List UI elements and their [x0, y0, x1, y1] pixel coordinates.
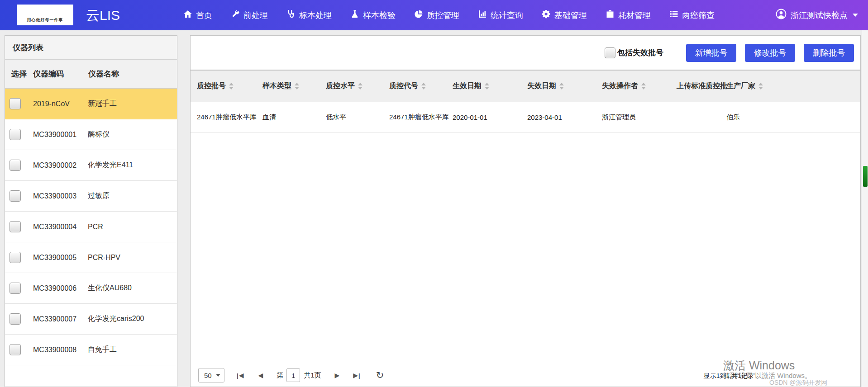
- logo-tagline: 用心做好每一件事: [27, 17, 63, 23]
- instrument-row[interactable]: MC33900001 酶标仪: [5, 119, 177, 150]
- logo[interactable]: 用心做好每一件事: [17, 5, 73, 25]
- row-checkbox[interactable]: [10, 160, 21, 171]
- instrument-row[interactable]: MC33900007 化学发光caris200: [5, 304, 177, 335]
- instrument-name: PCR-HPV: [88, 254, 177, 262]
- instrument-row[interactable]: MC33900006 生化仪AU680: [5, 273, 177, 304]
- column-upload-standard[interactable]: 上传标准质控批: [670, 81, 720, 91]
- page-number-input[interactable]: [286, 368, 300, 382]
- nav-item-sample-test[interactable]: 样本检验: [350, 9, 396, 21]
- page-prefix-label: 第: [277, 371, 283, 380]
- column-qc-level[interactable]: 质控水平: [320, 81, 383, 91]
- wrench-icon: [231, 9, 240, 21]
- row-checkbox[interactable]: [10, 129, 21, 140]
- nav-item-label: 标本处理: [299, 10, 332, 21]
- page-size-select[interactable]: 50: [198, 368, 224, 382]
- row-checkbox[interactable]: [10, 221, 21, 232]
- nav-item-cancer-screening[interactable]: 两癌筛查: [669, 9, 715, 21]
- total-pages-label: 共1页: [304, 371, 321, 380]
- qc-batch-row[interactable]: 24671肿瘤低水平厍 血清 低水平 24671肿瘤低水平厍 2020-01-0…: [191, 102, 860, 133]
- instrument-code: MC33900004: [33, 223, 88, 231]
- row-checkbox[interactable]: [10, 344, 21, 355]
- app-brand: 云LIS: [86, 0, 120, 30]
- nav-item-label: 样本检验: [363, 10, 396, 21]
- nav-item-home[interactable]: 首页: [183, 9, 212, 21]
- nav-item-label: 前处理: [243, 10, 268, 21]
- include-expired-checkbox-group[interactable]: 包括失效批号: [605, 47, 663, 58]
- toolbar: 包括失效批号 新增批号 修改批号 删除批号: [191, 36, 860, 70]
- instrument-name: 新冠手工: [88, 99, 177, 109]
- row-checkbox[interactable]: [10, 252, 21, 263]
- nav-item-basic-management[interactable]: 基础管理: [542, 9, 587, 21]
- row-checkbox[interactable]: [10, 313, 21, 325]
- page-scrollbar[interactable]: [862, 30, 868, 387]
- nav-item-consumables[interactable]: 耗材管理: [606, 9, 651, 21]
- instrument-name: 酶标仪: [88, 130, 177, 139]
- row-checkbox[interactable]: [10, 190, 21, 202]
- list-icon: [669, 9, 678, 21]
- column-select: 选择: [11, 69, 33, 79]
- instrument-code: MC33900007: [33, 315, 88, 323]
- row-checkbox[interactable]: [10, 98, 21, 109]
- top-navbar: 用心做好每一件事 云LIS 首页 前处理 标本处理 样本检验 质控管理 统计查询: [0, 0, 868, 30]
- sort-icon: [358, 83, 362, 90]
- column-qc-batch[interactable]: 质控批号: [191, 81, 256, 91]
- instrument-panel: 仪器列表 选择 仪器编码 仪器名称 2019-nCoV 新冠手工 MC33900…: [5, 35, 177, 387]
- gear-icon: [542, 9, 551, 21]
- user-menu[interactable]: 浙江测试快检点: [776, 0, 858, 30]
- cell-expire-date: 2023-04-01: [521, 113, 596, 121]
- pagination-bar: 50 |◀ ◀ 第 共1页 ▶ ▶| ↻: [198, 368, 384, 382]
- nav-item-label: 基础管理: [554, 10, 587, 21]
- instrument-row[interactable]: MC33900004 PCR: [5, 212, 177, 242]
- instrument-code: MC33900002: [33, 161, 88, 170]
- column-expire-date[interactable]: 失效日期: [521, 81, 596, 91]
- nav-item-qc-management[interactable]: 质控管理: [414, 9, 459, 21]
- nav-item-statistics[interactable]: 统计查询: [478, 9, 523, 21]
- instrument-name: 化学发光caris200: [88, 314, 177, 324]
- instrument-code: MC33900008: [33, 346, 88, 354]
- last-page-button[interactable]: ▶|: [353, 372, 360, 378]
- nav-item-specimen[interactable]: 标本处理: [286, 9, 332, 21]
- instrument-code: MC33900005: [33, 254, 88, 262]
- instrument-panel-title: 仪器列表: [5, 36, 177, 60]
- cell-effective-date: 2020-01-01: [446, 113, 521, 121]
- page-size-value: 50: [204, 372, 212, 379]
- previous-page-button[interactable]: ◀: [258, 372, 263, 378]
- include-expired-checkbox[interactable]: [605, 47, 615, 58]
- instrument-name: 化学发光E411: [88, 160, 177, 170]
- instrument-row[interactable]: MC33900003 过敏原: [5, 181, 177, 212]
- nav-item-label: 质控管理: [427, 10, 459, 21]
- scrollbar-thumb[interactable]: [863, 166, 868, 187]
- user-icon: [776, 9, 787, 22]
- delete-batch-button[interactable]: 删除批号: [804, 44, 854, 62]
- column-expire-operator[interactable]: 失效操作者: [596, 81, 670, 91]
- add-batch-button[interactable]: 新增批号: [686, 44, 736, 62]
- column-qc-code[interactable]: 质控代号: [383, 81, 446, 91]
- home-icon: [183, 9, 192, 21]
- edit-batch-button[interactable]: 修改批号: [745, 44, 795, 62]
- cell-manufacturer: 伯乐: [720, 113, 860, 122]
- instrument-name: PCR: [88, 223, 177, 231]
- instrument-code: MC33900001: [33, 131, 88, 139]
- include-expired-label: 包括失效批号: [617, 47, 663, 58]
- column-manufacturer[interactable]: 生产厂家: [720, 81, 860, 91]
- chevron-down-icon: [216, 374, 220, 377]
- nav-item-preprocess[interactable]: 前处理: [231, 9, 268, 21]
- instrument-row[interactable]: MC33900008 自免手工: [5, 335, 177, 365]
- nav-menu: 首页 前处理 标本处理 样本检验 质控管理 统计查询 基础管理 耗材管理: [183, 0, 715, 30]
- table-header: 质控批号 样本类型 质控水平 质控代号 生效日期 失效日期 失效操作者 上传标准…: [191, 70, 860, 102]
- first-page-button[interactable]: |◀: [236, 372, 243, 378]
- column-effective-date[interactable]: 生效日期: [446, 81, 521, 91]
- user-name: 浙江测试快检点: [791, 10, 848, 21]
- instrument-row[interactable]: MC33900002 化学发光E411: [5, 150, 177, 181]
- chevron-down-icon: [853, 14, 858, 17]
- next-page-button[interactable]: ▶: [335, 372, 340, 378]
- stethoscope-icon: [286, 9, 296, 21]
- sort-icon: [559, 83, 564, 90]
- instrument-code: 2019-nCoV: [33, 100, 88, 108]
- row-checkbox[interactable]: [10, 283, 21, 294]
- nav-item-label: 首页: [196, 10, 212, 21]
- refresh-icon[interactable]: ↻: [376, 370, 384, 381]
- column-sample-type[interactable]: 样本类型: [256, 81, 320, 91]
- instrument-row[interactable]: 2019-nCoV 新冠手工: [5, 89, 177, 119]
- instrument-row[interactable]: MC33900005 PCR-HPV: [5, 242, 177, 273]
